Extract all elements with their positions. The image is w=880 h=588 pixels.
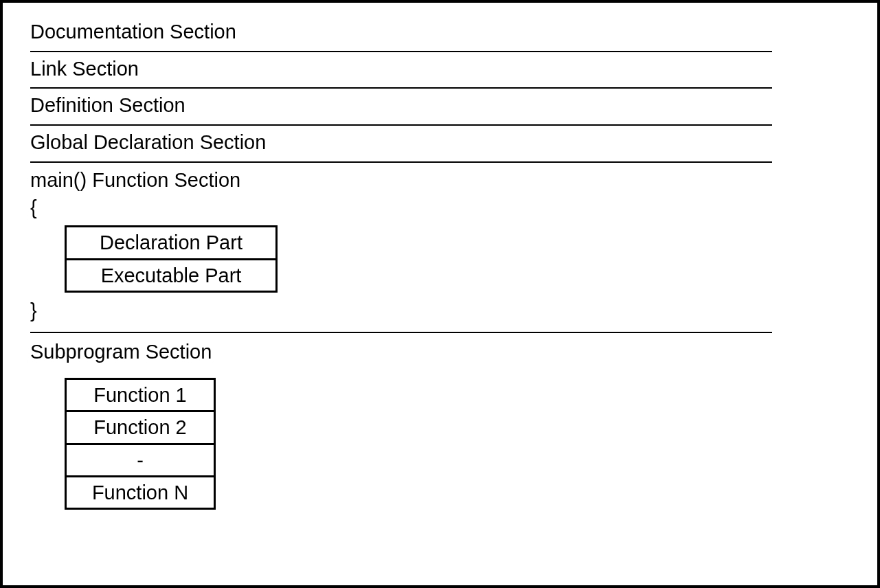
function-2-cell: Function 2 <box>65 412 216 444</box>
close-brace: } <box>30 297 772 325</box>
main-function-heading: main() Function Section <box>30 167 772 194</box>
main-function-section-block: main() Function Section { Declaration Pa… <box>30 163 772 333</box>
definition-section-row: Definition Section <box>30 89 772 126</box>
function-n-cell: Function N <box>65 477 216 510</box>
function-ellipsis-cell: - <box>65 445 216 477</box>
executable-part-cell: Executable Part <box>65 260 278 293</box>
subprogram-section-block: Subprogram Section Function 1 Function 2… <box>30 333 772 510</box>
subprogram-functions-box: Function 1 Function 2 - Function N <box>65 378 216 510</box>
program-structure-frame: Documentation Section Link Section Defin… <box>0 0 880 588</box>
subprogram-heading: Subprogram Section <box>30 337 772 368</box>
link-section-row: Link Section <box>30 52 772 89</box>
open-brace: { <box>30 194 772 222</box>
declaration-part-cell: Declaration Part <box>65 225 278 260</box>
global-declaration-section-row: Global Declaration Section <box>30 126 772 163</box>
function-1-cell: Function 1 <box>65 378 216 412</box>
documentation-section-row: Documentation Section <box>30 15 772 52</box>
main-parts-box: Declaration Part Executable Part <box>65 225 278 293</box>
